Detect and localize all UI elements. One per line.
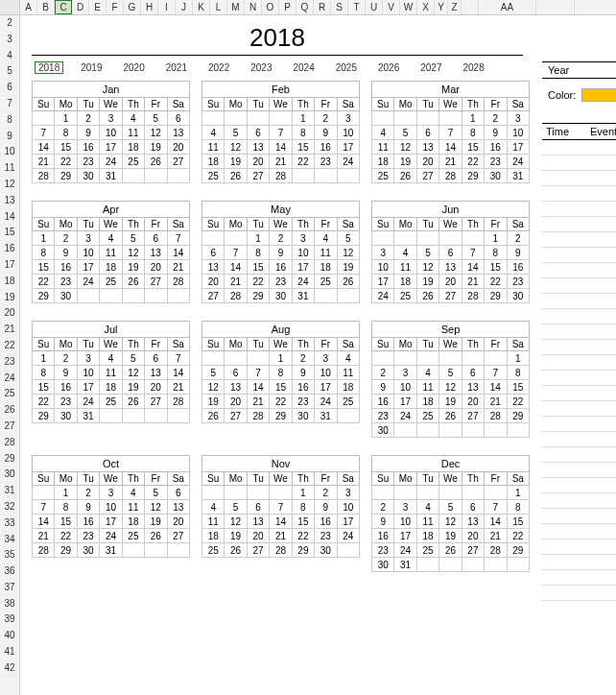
day-cell[interactable]: 26 bbox=[337, 275, 359, 289]
day-cell[interactable]: 5 bbox=[122, 231, 144, 246]
event-row[interactable] bbox=[542, 263, 616, 278]
day-cell[interactable]: 8 bbox=[485, 246, 507, 260]
day-cell[interactable]: 8 bbox=[462, 126, 484, 140]
day-cell[interactable]: 24 bbox=[292, 275, 314, 289]
day-cell[interactable]: 27 bbox=[462, 409, 484, 423]
day-cell[interactable]: 12 bbox=[416, 260, 438, 275]
day-cell[interactable]: 28 bbox=[167, 395, 189, 409]
row-header-7[interactable]: 7 bbox=[0, 96, 19, 112]
day-cell[interactable]: 1 bbox=[55, 486, 77, 500]
day-cell[interactable]: 7 bbox=[485, 366, 507, 380]
day-cell[interactable]: 28 bbox=[33, 543, 55, 558]
day-cell[interactable]: 18 bbox=[100, 380, 122, 395]
day-cell[interactable]: 26 bbox=[439, 543, 462, 558]
day-cell[interactable]: 11 bbox=[337, 366, 359, 380]
day-cell[interactable]: 3 bbox=[394, 500, 416, 515]
day-cell[interactable]: 15 bbox=[33, 260, 55, 275]
day-cell[interactable]: 17 bbox=[372, 275, 394, 289]
event-row[interactable] bbox=[542, 478, 616, 493]
day-cell[interactable]: 20 bbox=[145, 380, 167, 395]
day-cell[interactable]: 6 bbox=[167, 486, 189, 500]
day-cell[interactable]: 15 bbox=[485, 260, 507, 275]
day-cell[interactable]: 18 bbox=[202, 155, 225, 169]
day-cell[interactable]: 9 bbox=[292, 366, 314, 380]
day-cell[interactable]: 6 bbox=[167, 111, 189, 126]
event-row[interactable] bbox=[542, 340, 616, 355]
day-cell[interactable]: 5 bbox=[145, 486, 167, 500]
day-cell[interactable]: 12 bbox=[225, 140, 247, 155]
day-cell[interactable]: 29 bbox=[292, 543, 314, 558]
day-cell[interactable]: 21 bbox=[33, 155, 55, 169]
col-header-R[interactable]: R bbox=[314, 0, 331, 14]
day-cell[interactable]: 27 bbox=[247, 169, 269, 183]
day-cell[interactable]: 17 bbox=[100, 515, 122, 529]
day-cell[interactable]: 14 bbox=[33, 140, 55, 155]
day-cell[interactable]: 11 bbox=[100, 246, 122, 260]
day-cell[interactable]: 6 bbox=[247, 500, 269, 515]
day-cell[interactable]: 25 bbox=[416, 543, 438, 558]
day-cell[interactable]: 7 bbox=[462, 246, 484, 260]
day-cell[interactable]: 2 bbox=[485, 111, 507, 126]
day-cell[interactable]: 21 bbox=[439, 155, 462, 169]
year-tab-2018[interactable]: 2018 bbox=[35, 61, 63, 74]
col-header-W[interactable]: W bbox=[400, 0, 417, 14]
day-cell[interactable]: 4 bbox=[122, 111, 144, 126]
day-cell[interactable]: 18 bbox=[122, 140, 144, 155]
day-cell[interactable]: 4 bbox=[372, 126, 394, 140]
day-cell[interactable]: 28 bbox=[225, 289, 247, 303]
select-all-corner[interactable] bbox=[0, 0, 20, 14]
day-cell[interactable]: 10 bbox=[292, 246, 314, 260]
day-cell[interactable]: 23 bbox=[270, 275, 292, 289]
event-row[interactable] bbox=[542, 232, 616, 248]
day-cell[interactable]: 25 bbox=[122, 155, 144, 169]
row-header-31[interactable]: 31 bbox=[0, 483, 19, 499]
event-row[interactable] bbox=[542, 202, 616, 217]
day-cell[interactable]: 18 bbox=[394, 275, 416, 289]
color-swatch[interactable] bbox=[581, 88, 616, 102]
day-cell[interactable]: 15 bbox=[507, 380, 529, 395]
col-header-J[interactable]: J bbox=[176, 0, 193, 14]
day-cell[interactable]: 16 bbox=[507, 260, 529, 275]
day-cell[interactable]: 8 bbox=[247, 246, 269, 260]
col-header-blank[interactable] bbox=[536, 0, 575, 14]
day-cell[interactable]: 17 bbox=[77, 380, 99, 395]
day-cell[interactable]: 10 bbox=[100, 126, 122, 140]
event-row[interactable] bbox=[542, 324, 616, 340]
day-cell[interactable]: 12 bbox=[439, 380, 462, 395]
day-cell[interactable]: 30 bbox=[292, 409, 314, 423]
day-cell[interactable]: 16 bbox=[77, 515, 99, 529]
day-cell[interactable]: 4 bbox=[416, 500, 438, 515]
day-cell[interactable]: 11 bbox=[100, 366, 122, 380]
row-header-9[interactable]: 9 bbox=[0, 129, 19, 145]
day-cell[interactable]: 5 bbox=[394, 126, 416, 140]
day-cell[interactable]: 3 bbox=[100, 486, 122, 500]
day-cell[interactable]: 11 bbox=[122, 126, 144, 140]
day-cell[interactable]: 3 bbox=[394, 366, 416, 380]
day-cell[interactable]: 19 bbox=[225, 529, 247, 543]
day-cell[interactable]: 24 bbox=[315, 395, 337, 409]
day-cell[interactable]: 16 bbox=[315, 140, 337, 155]
day-cell[interactable]: 10 bbox=[77, 366, 99, 380]
day-cell[interactable]: 22 bbox=[270, 395, 292, 409]
year-tab-2024[interactable]: 2024 bbox=[290, 61, 319, 74]
day-cell[interactable]: 19 bbox=[122, 260, 144, 275]
grid-content[interactable]: 2018 20182019202020212022202320242025202… bbox=[20, 15, 616, 695]
event-row[interactable] bbox=[542, 140, 616, 156]
col-header-K[interactable]: K bbox=[193, 0, 210, 14]
day-cell[interactable]: 15 bbox=[292, 515, 314, 529]
day-cell[interactable]: 28 bbox=[485, 543, 507, 558]
day-cell[interactable]: 26 bbox=[145, 155, 167, 169]
day-cell[interactable]: 21 bbox=[33, 529, 55, 543]
day-cell[interactable]: 15 bbox=[270, 380, 292, 395]
day-cell[interactable]: 3 bbox=[337, 486, 359, 500]
day-cell[interactable]: 5 bbox=[225, 500, 247, 515]
day-cell[interactable]: 11 bbox=[122, 500, 144, 515]
day-cell[interactable]: 16 bbox=[315, 515, 337, 529]
day-cell[interactable]: 4 bbox=[315, 231, 337, 246]
day-cell[interactable]: 7 bbox=[167, 351, 189, 366]
day-cell[interactable]: 19 bbox=[337, 260, 359, 275]
day-cell[interactable]: 18 bbox=[100, 260, 122, 275]
day-cell[interactable]: 17 bbox=[394, 529, 416, 543]
day-cell[interactable]: 30 bbox=[77, 169, 99, 183]
col-header-S[interactable]: S bbox=[331, 0, 348, 14]
